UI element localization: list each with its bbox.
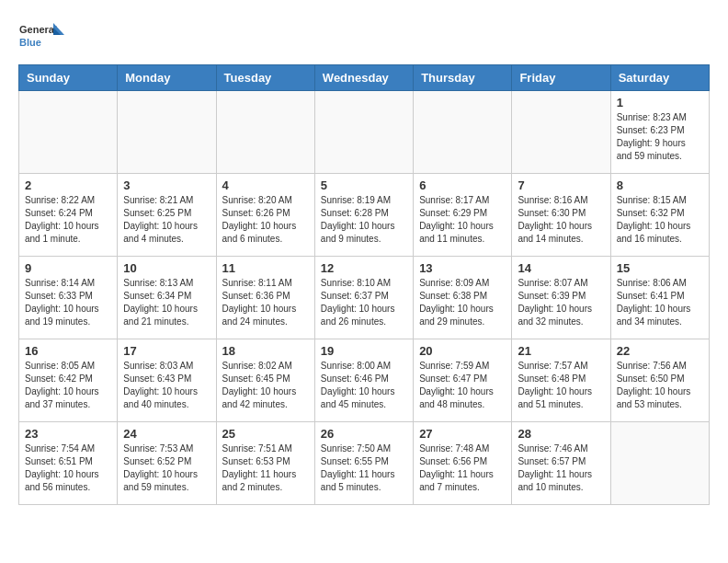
day-info: Sunrise: 8:19 AM Sunset: 6:28 PM Dayligh…: [321, 194, 407, 246]
day-info: Sunrise: 7:48 AM Sunset: 6:56 PM Dayligh…: [419, 442, 506, 494]
day-info: Sunrise: 8:15 AM Sunset: 6:32 PM Dayligh…: [617, 194, 703, 246]
day-info: Sunrise: 7:50 AM Sunset: 6:55 PM Dayligh…: [321, 442, 407, 494]
day-number: 3: [123, 178, 210, 192]
calendar-cell: 18Sunrise: 8:02 AM Sunset: 6:45 PM Dayli…: [216, 339, 314, 422]
calendar-cell: 21Sunrise: 7:57 AM Sunset: 6:48 PM Dayli…: [512, 339, 610, 422]
day-info: Sunrise: 8:21 AM Sunset: 6:25 PM Dayligh…: [123, 194, 210, 246]
calendar-cell: 8Sunrise: 8:15 AM Sunset: 6:32 PM Daylig…: [610, 174, 709, 257]
calendar-cell: 6Sunrise: 8:17 AM Sunset: 6:29 PM Daylig…: [414, 174, 512, 257]
week-row-2: 2Sunrise: 8:22 AM Sunset: 6:24 PM Daylig…: [19, 174, 710, 257]
day-info: Sunrise: 8:05 AM Sunset: 6:42 PM Dayligh…: [25, 360, 111, 411]
day-number: 24: [123, 427, 210, 441]
day-number: 26: [321, 427, 407, 441]
calendar-cell: 9Sunrise: 8:14 AM Sunset: 6:33 PM Daylig…: [19, 257, 118, 339]
col-header-wednesday: Wednesday: [314, 65, 413, 91]
calendar-cell: 13Sunrise: 8:09 AM Sunset: 6:38 PM Dayli…: [414, 257, 512, 339]
day-info: Sunrise: 7:59 AM Sunset: 6:47 PM Dayligh…: [419, 360, 506, 411]
col-header-thursday: Thursday: [414, 65, 512, 91]
day-number: 1: [617, 96, 703, 109]
calendar-cell: 17Sunrise: 8:03 AM Sunset: 6:43 PM Dayli…: [118, 339, 216, 422]
calendar-cell: 7Sunrise: 8:16 AM Sunset: 6:30 PM Daylig…: [512, 174, 610, 257]
col-header-monday: Monday: [118, 65, 216, 91]
day-number: 20: [419, 344, 506, 358]
logo-svg: General Blue: [18, 18, 64, 55]
day-number: 6: [419, 178, 506, 192]
calendar-cell: [414, 91, 512, 174]
calendar-cell: 27Sunrise: 7:48 AM Sunset: 6:56 PM Dayli…: [414, 422, 512, 505]
day-info: Sunrise: 8:20 AM Sunset: 6:26 PM Dayligh…: [222, 194, 309, 246]
day-number: 11: [222, 261, 309, 275]
svg-text:General: General: [19, 24, 57, 35]
week-row-3: 9Sunrise: 8:14 AM Sunset: 6:33 PM Daylig…: [19, 257, 710, 339]
day-info: Sunrise: 8:07 AM Sunset: 6:39 PM Dayligh…: [518, 277, 604, 328]
day-number: 19: [321, 344, 407, 358]
day-info: Sunrise: 8:09 AM Sunset: 6:38 PM Dayligh…: [419, 277, 506, 328]
day-number: 2: [25, 178, 111, 192]
day-number: 27: [419, 427, 506, 441]
day-number: 8: [617, 178, 703, 192]
day-number: 9: [25, 261, 111, 275]
day-info: Sunrise: 7:46 AM Sunset: 6:57 PM Dayligh…: [518, 442, 604, 494]
week-row-4: 16Sunrise: 8:05 AM Sunset: 6:42 PM Dayli…: [19, 339, 710, 422]
week-row-5: 23Sunrise: 7:54 AM Sunset: 6:51 PM Dayli…: [19, 422, 710, 505]
day-number: 15: [617, 261, 703, 275]
calendar-cell: [512, 91, 610, 174]
calendar-cell: 14Sunrise: 8:07 AM Sunset: 6:39 PM Dayli…: [512, 257, 610, 339]
day-number: 22: [617, 344, 703, 358]
day-info: Sunrise: 8:11 AM Sunset: 6:36 PM Dayligh…: [222, 277, 309, 328]
logo: General Blue: [18, 18, 64, 55]
day-number: 12: [321, 261, 407, 275]
calendar-cell: 12Sunrise: 8:10 AM Sunset: 6:37 PM Dayli…: [314, 257, 413, 339]
calendar-cell: [314, 91, 413, 174]
day-info: Sunrise: 8:22 AM Sunset: 6:24 PM Dayligh…: [25, 194, 111, 246]
calendar-cell: [118, 91, 216, 174]
day-info: Sunrise: 8:16 AM Sunset: 6:30 PM Dayligh…: [518, 194, 604, 246]
calendar-cell: 5Sunrise: 8:19 AM Sunset: 6:28 PM Daylig…: [314, 174, 413, 257]
day-number: 23: [25, 427, 111, 441]
day-number: 18: [222, 344, 309, 358]
day-info: Sunrise: 8:13 AM Sunset: 6:34 PM Dayligh…: [123, 277, 210, 328]
calendar-cell: 2Sunrise: 8:22 AM Sunset: 6:24 PM Daylig…: [19, 174, 118, 257]
col-header-saturday: Saturday: [610, 65, 709, 91]
day-number: 21: [518, 344, 604, 358]
calendar-cell: 16Sunrise: 8:05 AM Sunset: 6:42 PM Dayli…: [19, 339, 118, 422]
svg-text:Blue: Blue: [19, 37, 41, 48]
day-number: 10: [123, 261, 210, 275]
calendar-cell: 10Sunrise: 8:13 AM Sunset: 6:34 PM Dayli…: [118, 257, 216, 339]
calendar-cell: 3Sunrise: 8:21 AM Sunset: 6:25 PM Daylig…: [118, 174, 216, 257]
day-number: 4: [222, 178, 309, 192]
calendar-cell: 24Sunrise: 7:53 AM Sunset: 6:52 PM Dayli…: [118, 422, 216, 505]
col-header-friday: Friday: [512, 65, 610, 91]
calendar-cell: 15Sunrise: 8:06 AM Sunset: 6:41 PM Dayli…: [610, 257, 709, 339]
day-number: 16: [25, 344, 111, 358]
day-info: Sunrise: 7:57 AM Sunset: 6:48 PM Dayligh…: [518, 360, 604, 411]
calendar-header-row: SundayMondayTuesdayWednesdayThursdayFrid…: [19, 65, 710, 91]
day-info: Sunrise: 8:06 AM Sunset: 6:41 PM Dayligh…: [617, 277, 703, 328]
day-number: 25: [222, 427, 309, 441]
day-number: 14: [518, 261, 604, 275]
day-number: 13: [419, 261, 506, 275]
day-number: 17: [123, 344, 210, 358]
day-number: 28: [518, 427, 604, 441]
day-info: Sunrise: 8:02 AM Sunset: 6:45 PM Dayligh…: [222, 360, 309, 411]
calendar-cell: [19, 91, 118, 174]
day-info: Sunrise: 8:23 AM Sunset: 6:23 PM Dayligh…: [617, 111, 703, 163]
day-number: 7: [518, 178, 604, 192]
calendar-cell: 1Sunrise: 8:23 AM Sunset: 6:23 PM Daylig…: [610, 91, 709, 174]
day-info: Sunrise: 7:53 AM Sunset: 6:52 PM Dayligh…: [123, 442, 210, 494]
calendar-cell: 19Sunrise: 8:00 AM Sunset: 6:46 PM Dayli…: [314, 339, 413, 422]
calendar-cell: 26Sunrise: 7:50 AM Sunset: 6:55 PM Dayli…: [314, 422, 413, 505]
calendar-cell: 28Sunrise: 7:46 AM Sunset: 6:57 PM Dayli…: [512, 422, 610, 505]
day-info: Sunrise: 8:14 AM Sunset: 6:33 PM Dayligh…: [25, 277, 111, 328]
calendar-cell: 20Sunrise: 7:59 AM Sunset: 6:47 PM Dayli…: [414, 339, 512, 422]
calendar-cell: 23Sunrise: 7:54 AM Sunset: 6:51 PM Dayli…: [19, 422, 118, 505]
day-info: Sunrise: 8:03 AM Sunset: 6:43 PM Dayligh…: [123, 360, 210, 411]
day-info: Sunrise: 8:10 AM Sunset: 6:37 PM Dayligh…: [321, 277, 407, 328]
calendar-cell: 4Sunrise: 8:20 AM Sunset: 6:26 PM Daylig…: [216, 174, 314, 257]
calendar-cell: 25Sunrise: 7:51 AM Sunset: 6:53 PM Dayli…: [216, 422, 314, 505]
col-header-tuesday: Tuesday: [216, 65, 314, 91]
day-info: Sunrise: 7:56 AM Sunset: 6:50 PM Dayligh…: [617, 360, 703, 411]
col-header-sunday: Sunday: [19, 65, 118, 91]
page-header: General Blue: [18, 18, 710, 55]
day-info: Sunrise: 8:17 AM Sunset: 6:29 PM Dayligh…: [419, 194, 506, 246]
